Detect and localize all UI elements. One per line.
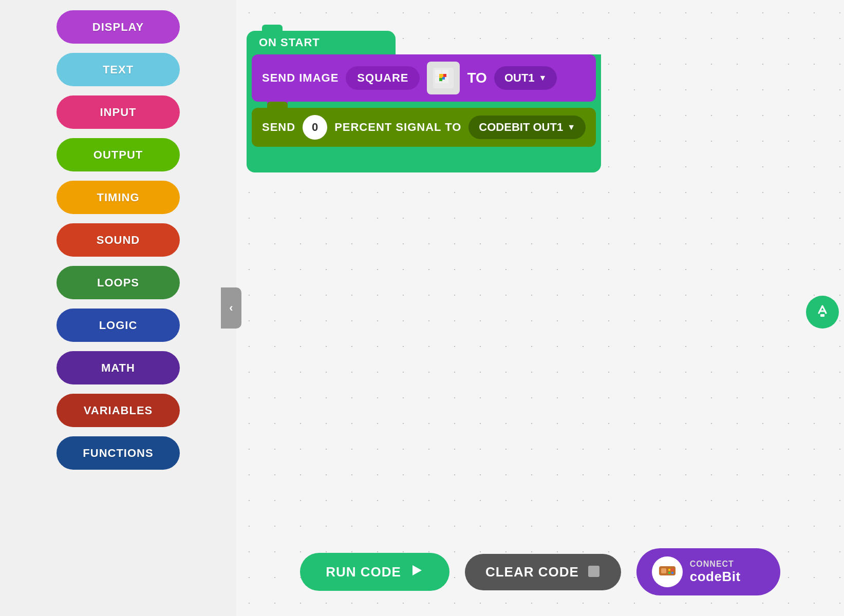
sidebar-item-output[interactable]: OUTPUT xyxy=(57,138,180,171)
svg-rect-17 xyxy=(671,572,673,574)
send-image-label: SEND IMAGE xyxy=(262,71,339,85)
value-badge[interactable]: 0 xyxy=(303,115,327,140)
clear-code-label: CLEAR CODE xyxy=(485,564,579,580)
sidebar-item-sound[interactable]: SOUND xyxy=(57,223,180,257)
run-code-label: RUN CODE xyxy=(326,564,401,580)
svg-rect-7 xyxy=(439,78,442,81)
sidebar-item-logic[interactable]: LOGIC xyxy=(57,309,180,342)
codebit-device-icon xyxy=(656,559,679,585)
codebit-icon-circle xyxy=(652,556,683,587)
send-percent-block[interactable]: SEND 0 PERCENT SIGNAL TO CODEBIT OUT1 ▼ xyxy=(252,108,596,147)
svg-rect-6 xyxy=(443,74,446,77)
pixel-grid-icon xyxy=(432,67,455,89)
sidebar-collapse-handle[interactable]: ‹ xyxy=(221,287,241,329)
connect-codebit-button[interactable]: CONNECT codeBit xyxy=(636,548,780,595)
sidebar-item-display[interactable]: DISPLAY xyxy=(57,10,180,44)
codebit-dropdown[interactable]: CODEBIT OUT1 ▼ xyxy=(468,116,586,139)
share-icon xyxy=(815,303,830,322)
sidebar-item-loops[interactable]: LOOPS xyxy=(57,266,180,299)
svg-rect-13 xyxy=(661,568,666,573)
svg-marker-10 xyxy=(412,565,422,575)
value-text: 0 xyxy=(312,121,318,134)
sidebar-item-text[interactable]: TEXT xyxy=(57,53,180,86)
connect-bottom-label: codeBit xyxy=(690,569,741,585)
sidebar-item-timing[interactable]: TIMING xyxy=(57,181,180,214)
clear-code-button[interactable]: CLEAR CODE xyxy=(465,554,621,590)
svg-rect-8 xyxy=(442,77,445,80)
to-label: TO xyxy=(467,70,486,86)
on-start-body: SEND IMAGE SQUARE xyxy=(247,54,601,172)
percent-signal-label: PERCENT SIGNAL TO xyxy=(334,121,461,134)
send-image-block[interactable]: SEND IMAGE SQUARE xyxy=(252,54,596,102)
on-start-label: ON START xyxy=(259,36,320,49)
on-start-container: ON START SEND IMAGE SQUARE xyxy=(247,31,601,172)
svg-rect-15 xyxy=(671,569,673,571)
codebit-label: CODEBIT OUT1 xyxy=(479,121,563,134)
image-thumbnail[interactable] xyxy=(427,62,460,94)
codebit-dropdown-arrow-icon: ▼ xyxy=(567,123,575,132)
svg-rect-11 xyxy=(588,566,599,577)
bottom-bar: RUN CODE CLEAR CODE xyxy=(236,548,844,595)
on-start-block[interactable]: ON START xyxy=(247,31,396,54)
square-pill[interactable]: SQUARE xyxy=(346,66,420,90)
connect-top-label: CONNECT xyxy=(690,560,734,569)
sidebar-item-input[interactable]: INPUT xyxy=(57,95,180,129)
svg-rect-16 xyxy=(668,572,670,574)
svg-rect-14 xyxy=(668,569,670,571)
share-button[interactable] xyxy=(806,296,839,329)
svg-rect-9 xyxy=(820,314,824,317)
out1-dropdown[interactable]: OUT1 ▼ xyxy=(494,66,557,90)
sidebar-item-math[interactable]: MATH xyxy=(57,351,180,384)
sidebar: DISPLAY TEXT INPUT OUTPUT TIMING SOUND L… xyxy=(0,0,236,616)
dropdown-arrow-icon: ▼ xyxy=(539,73,547,83)
stop-icon xyxy=(587,565,601,580)
out1-label: OUT1 xyxy=(504,71,535,85)
sidebar-item-variables[interactable]: VARIABLES xyxy=(57,394,180,427)
connect-text-block: CONNECT codeBit xyxy=(690,560,741,585)
chevron-left-icon: ‹ xyxy=(229,301,233,315)
square-label: SQUARE xyxy=(357,71,408,85)
sidebar-item-functions[interactable]: FUNCTIONS xyxy=(57,436,180,470)
play-icon xyxy=(409,563,424,581)
blocks-workspace: ON START SEND IMAGE SQUARE xyxy=(247,31,601,172)
send-label: SEND xyxy=(262,121,295,134)
run-code-button[interactable]: RUN CODE xyxy=(300,553,449,591)
